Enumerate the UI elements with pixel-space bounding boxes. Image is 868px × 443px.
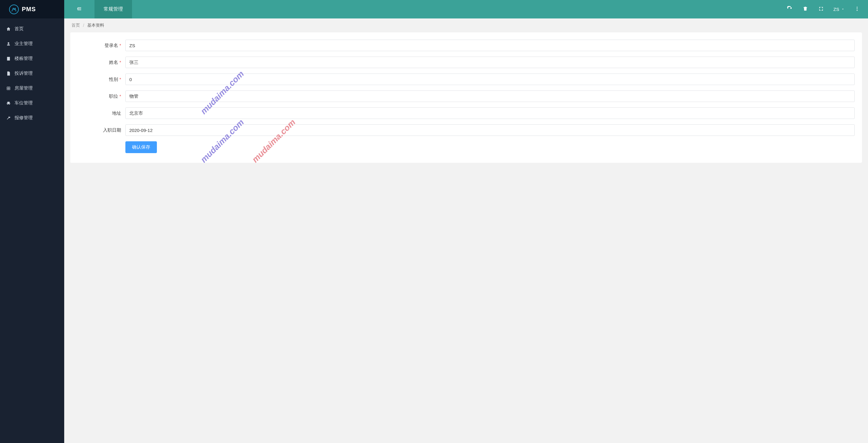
form-row-address: 地址 — [78, 107, 855, 119]
sidebar-item-label: 首页 — [14, 26, 24, 32]
gender-input[interactable] — [125, 73, 855, 85]
breadcrumb-current: 基本资料 — [87, 23, 104, 28]
form-row-username: 登录名* — [78, 40, 855, 51]
delete-button[interactable] — [802, 6, 809, 13]
required-mark: * — [119, 76, 121, 82]
save-button[interactable]: 确认保存 — [125, 141, 157, 153]
menu-collapse-icon — [76, 6, 82, 13]
app-name: PMS — [22, 6, 36, 13]
refresh-button[interactable] — [786, 6, 793, 13]
refresh-icon — [787, 6, 792, 13]
fullscreen-button[interactable] — [818, 6, 825, 13]
address-label: 地址 — [78, 110, 125, 116]
sidebar: PMS 首页 业主管理 楼栋管理 — [0, 0, 64, 443]
svg-point-1 — [857, 8, 858, 9]
more-button[interactable] — [854, 6, 861, 13]
car-icon — [6, 101, 11, 106]
home-icon — [6, 27, 11, 31]
name-label: 姓名* — [78, 60, 125, 65]
position-label: 职位* — [78, 94, 125, 99]
sidebar-item-label: 楼栋管理 — [14, 56, 33, 61]
required-mark: * — [119, 43, 121, 48]
sidebar-item-label: 投诉管理 — [14, 70, 33, 76]
position-input[interactable] — [125, 91, 855, 102]
address-input[interactable] — [125, 107, 855, 119]
sidebar-item-label: 房屋管理 — [14, 85, 33, 91]
sidebar-item-home[interactable]: 首页 — [0, 22, 64, 36]
required-mark: * — [119, 94, 121, 99]
sidebar-item-owner[interactable]: 业主管理 — [0, 36, 64, 51]
username-input[interactable] — [125, 40, 855, 51]
user-label: ZS — [834, 7, 839, 12]
svg-point-0 — [857, 7, 858, 7]
file-icon — [6, 71, 11, 76]
user-menu[interactable]: ZS — [834, 7, 845, 12]
sidebar-item-label: 业主管理 — [14, 41, 33, 46]
topbar: 常规管理 ZS — [64, 0, 868, 19]
form-row-position: 职位* — [78, 91, 855, 102]
hiredate-input[interactable] — [125, 124, 855, 136]
form-row-name: 姓名* — [78, 57, 855, 68]
sidebar-item-repair[interactable]: 报修管理 — [0, 110, 64, 125]
gender-label: 性别* — [78, 76, 125, 82]
house-icon — [6, 86, 11, 91]
breadcrumb-separator: / — [83, 23, 84, 28]
nav-list: 首页 业主管理 楼栋管理 投诉管理 — [0, 19, 64, 125]
logo[interactable]: PMS — [0, 0, 64, 19]
form-actions: 确认保存 — [78, 141, 855, 153]
more-vertical-icon — [855, 6, 860, 13]
sidebar-item-parking[interactable]: 车位管理 — [0, 96, 64, 110]
tab-general-management[interactable]: 常规管理 — [94, 0, 132, 19]
tab-label: 常规管理 — [103, 6, 123, 12]
sidebar-toggle-button[interactable] — [64, 0, 94, 19]
trash-icon — [803, 6, 808, 13]
expand-icon — [818, 6, 824, 13]
svg-point-2 — [857, 10, 858, 10]
sidebar-item-label: 报修管理 — [14, 115, 33, 121]
required-mark: * — [119, 60, 121, 65]
wrench-icon — [6, 115, 11, 121]
sidebar-item-house[interactable]: 房屋管理 — [0, 81, 64, 96]
sidebar-item-building[interactable]: 楼栋管理 — [0, 51, 64, 66]
main-area: 常规管理 ZS — [64, 0, 868, 443]
sidebar-item-complaint[interactable]: 投诉管理 — [0, 66, 64, 81]
username-label: 登录名* — [78, 43, 125, 48]
chevron-down-icon — [841, 7, 845, 12]
hiredate-label: 入职日期 — [78, 127, 125, 133]
breadcrumb-home[interactable]: 首页 — [71, 23, 80, 28]
form-panel: 登录名* 姓名* 性别* 职位* — [70, 32, 862, 163]
form-row-gender: 性别* — [78, 73, 855, 85]
user-icon — [6, 41, 11, 46]
building-icon — [6, 56, 11, 61]
name-input[interactable] — [125, 57, 855, 68]
breadcrumb: 首页 / 基本资料 — [64, 19, 868, 32]
sidebar-item-label: 车位管理 — [14, 100, 33, 106]
form-row-hiredate: 入职日期 — [78, 124, 855, 136]
logo-icon — [9, 4, 19, 14]
